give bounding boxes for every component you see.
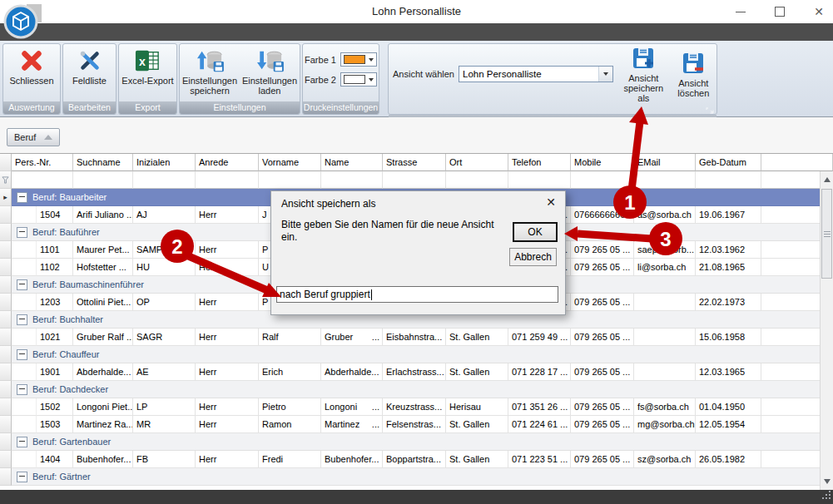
filter-cell-anrede[interactable] bbox=[196, 171, 259, 189]
group-row[interactable]: Beruf: Gärtner bbox=[0, 468, 833, 486]
collapse-icon[interactable] bbox=[17, 192, 27, 203]
vertical-scrollbar[interactable] bbox=[820, 171, 833, 490]
minimize-icon bbox=[736, 12, 746, 12]
combobox-dropdown-button[interactable] bbox=[598, 67, 612, 82]
ansicht-combobox[interactable]: Lohn Personalliste bbox=[459, 66, 613, 82]
maximize-button[interactable] bbox=[774, 6, 786, 17]
group-row[interactable]: Beruf: Gartenbauer bbox=[0, 433, 833, 451]
column-header-ort[interactable]: Ort bbox=[446, 154, 508, 171]
collapse-icon[interactable] bbox=[17, 314, 27, 325]
collapse-icon[interactable] bbox=[17, 227, 27, 238]
collapse-icon[interactable] bbox=[17, 472, 27, 482]
table-row[interactable]: 1503Martinez Ra...MRHerrRamonMartinez...… bbox=[0, 416, 833, 433]
einstellungen-speichern-button[interactable]: Einstellungen speichern bbox=[181, 47, 239, 96]
collapse-icon[interactable] bbox=[17, 384, 27, 395]
cell-mobile: 079 265 05 ... bbox=[571, 329, 634, 346]
row-indicator-cell: ▸ bbox=[0, 189, 12, 206]
cell-strasse: Kreuzstrass... bbox=[383, 398, 446, 416]
collapse-icon[interactable] bbox=[17, 279, 27, 290]
resize-grip[interactable] bbox=[821, 488, 831, 503]
row-indicator-cell bbox=[0, 276, 12, 294]
scroll-down-button[interactable] bbox=[821, 475, 833, 488]
scrollbar-thumb[interactable] bbox=[821, 189, 832, 279]
dialog-close-button[interactable]: ✕ bbox=[546, 195, 556, 209]
ansicht-loeschen-button[interactable]: Ansicht löschen bbox=[674, 49, 713, 98]
filter-cell-mobile[interactable] bbox=[571, 171, 634, 189]
svg-text:x: x bbox=[139, 55, 146, 68]
collapse-icon[interactable] bbox=[17, 349, 27, 360]
cancel-button[interactable]: Abbrech bbox=[509, 248, 557, 266]
column-header-name[interactable]: Name bbox=[321, 154, 383, 171]
column-header-vorname[interactable]: Vorname bbox=[259, 154, 321, 171]
cell-inizialen: HU bbox=[133, 259, 196, 276]
filter-cell-vorname[interactable] bbox=[259, 171, 321, 189]
filter-icon-cell[interactable] bbox=[0, 171, 12, 189]
column-header-anrede[interactable]: Anrede bbox=[196, 154, 259, 171]
ansicht-speichern-als-button[interactable]: Ansicht speichern als bbox=[618, 44, 669, 103]
farbe1-dropdown[interactable] bbox=[340, 52, 377, 67]
cell-name: Bubenhofer... bbox=[321, 451, 383, 468]
table-row[interactable]: 1404Bubenhofer...FBHerrFrediBubenhofer..… bbox=[0, 451, 833, 468]
farbe2-dropdown[interactable] bbox=[340, 72, 377, 86]
column-header-telefon[interactable]: Telefon bbox=[508, 154, 571, 171]
column-header-email[interactable]: EMail bbox=[634, 154, 696, 171]
cell-email: mg@sorba.ch bbox=[634, 416, 696, 433]
scroll-up-button[interactable] bbox=[821, 173, 833, 186]
button-label: Ansicht löschen bbox=[674, 78, 713, 98]
cell-email: sz@sorba.ch bbox=[634, 451, 696, 468]
table-row[interactable]: 1901Abderhalde...AEHerrErichAbderhalde..… bbox=[0, 363, 833, 381]
cell-geb-datum: 12.03.1965 bbox=[696, 363, 761, 381]
cell-name: Abderhalde... bbox=[321, 363, 383, 381]
cell-email: li@sorba.ch bbox=[634, 259, 696, 276]
column-header-inizialen[interactable]: Inizialen bbox=[133, 154, 196, 171]
ribbon-group-bearbeiten: Feldliste Bearbeiten bbox=[62, 43, 117, 115]
column-header-pers-nr[interactable]: Pers.-Nr. bbox=[12, 154, 73, 171]
cell-pers-nr: 1502 bbox=[37, 398, 73, 416]
cell-geb-datum: 21.08.1965 bbox=[696, 259, 761, 276]
view-name-input[interactable]: nach Beruf gruppiert bbox=[276, 286, 558, 303]
cell-suchname: Longoni Piet... bbox=[73, 398, 133, 416]
farbe2-swatch bbox=[344, 75, 365, 84]
schliessen-button[interactable]: Schliessen bbox=[9, 47, 53, 86]
ok-button[interactable]: OK bbox=[513, 223, 557, 241]
minimize-button[interactable] bbox=[735, 6, 746, 17]
filter-cell-name[interactable] bbox=[321, 171, 383, 189]
group-by-beruf-button[interactable]: Beruf bbox=[7, 128, 60, 146]
filter-cell-email[interactable] bbox=[634, 171, 696, 189]
column-header-mobile[interactable]: Mobile bbox=[571, 154, 634, 171]
dialog-launcher-icon[interactable] bbox=[706, 104, 714, 112]
group-indent-cell bbox=[12, 241, 37, 259]
cell-email: fs@sorba.ch bbox=[634, 398, 696, 416]
column-header-strasse[interactable]: Strasse bbox=[383, 154, 446, 171]
filter-cell-inizialen[interactable] bbox=[133, 171, 196, 189]
cell-suchname: Maurer Pet... bbox=[73, 241, 133, 259]
filter-cell-geb-datum[interactable] bbox=[696, 171, 761, 189]
ribbon-group-einstellungen: Einstellungen speichern bbox=[179, 43, 300, 115]
filter-cell-strasse[interactable] bbox=[383, 171, 446, 189]
table-row[interactable]: 1502Longoni Piet...LPHerrPietroLongoni..… bbox=[0, 398, 833, 416]
cell-anrede: Herr bbox=[196, 451, 259, 468]
filter-cell-telefon[interactable] bbox=[508, 171, 571, 189]
cell-anrede: Herr bbox=[196, 329, 259, 346]
collapse-icon[interactable] bbox=[17, 437, 27, 447]
table-row[interactable]: 1021Gruber Ralf ...SAGRHerrRalfGruber...… bbox=[0, 329, 833, 346]
excel-export-button[interactable]: x Excel-Export bbox=[121, 47, 173, 86]
grid-filter-row bbox=[0, 171, 833, 189]
filter-cell-suchname[interactable] bbox=[73, 171, 133, 189]
group-row[interactable]: Beruf: Chauffeur bbox=[0, 346, 833, 363]
tools-icon bbox=[77, 47, 102, 75]
einstellungen-laden-button[interactable]: Einstellungen laden bbox=[240, 47, 299, 96]
group-row-label: Beruf: Gärtner bbox=[32, 472, 91, 482]
filter-cell-pers-nr[interactable] bbox=[12, 171, 73, 189]
column-header-suchname[interactable]: Suchname bbox=[73, 154, 133, 171]
group-row[interactable]: Beruf: Dachdecker bbox=[0, 381, 833, 398]
button-label: Schliessen bbox=[9, 76, 53, 86]
app-logo-icon[interactable] bbox=[2, 2, 42, 45]
column-header-geb-datum[interactable]: Geb-Datum bbox=[696, 154, 761, 171]
close-button[interactable]: ✕ bbox=[813, 6, 825, 17]
filter-cell-ort[interactable] bbox=[446, 171, 508, 189]
feldliste-button[interactable]: Feldliste bbox=[72, 47, 107, 86]
selected-row-arrow-icon: ▸ bbox=[3, 193, 7, 201]
dialog-title: Ansicht speichern als bbox=[281, 198, 375, 210]
dialog-message: Bitte geben Sie den Namen für die neue A… bbox=[281, 219, 508, 244]
